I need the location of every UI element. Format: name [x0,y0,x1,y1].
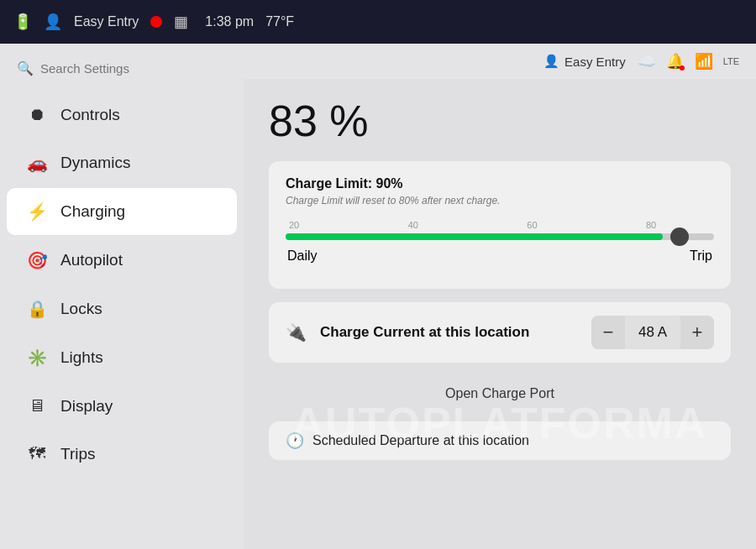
autopilot-icon: 🎯 [27,250,47,270]
sidebar: 🔍 ⏺ Controls 🚗 Dynamics ⚡ Charging 🎯 Aut… [0,44,244,549]
sidebar-item-charging[interactable]: ⚡ Charging [7,188,237,235]
charge-current-value: 48 A [625,324,680,341]
tick-20: 20 [289,220,299,230]
charge-slider-container: 20 40 60 80 Daily [286,220,714,264]
open-charge-port-row[interactable]: Open Charge Port [269,376,731,411]
search-bar[interactable]: 🔍 [0,52,244,90]
range-trip: Trip [690,248,712,264]
header-user: 👤 Easy Entry [543,54,626,69]
display-label: Display [60,397,113,416]
battery-percentage: 83 % [269,96,731,146]
header-username: Easy Entry [564,55,626,69]
sidebar-item-lights[interactable]: ✳️ Lights [7,334,237,381]
user-icon: 👤 [44,13,62,31]
lights-icon: ✳️ [27,348,47,368]
signal-icon: 📶 [695,52,713,71]
charge-decrement-button[interactable]: − [591,316,625,349]
locks-label: Locks [60,300,102,318]
dynamics-icon: 🚗 [27,153,47,173]
sidebar-item-dynamics[interactable]: 🚗 Dynamics [7,139,237,186]
trips-icon: 🗺 [27,444,47,463]
battery-icon: 🔋 [13,13,32,31]
sidebar-item-autopilot[interactable]: 🎯 Autopilot [7,237,237,284]
slider-tick-labels: 20 40 60 80 [286,220,714,230]
search-icon: 🔍 [17,60,34,76]
charge-increment-button[interactable]: + [680,316,714,349]
open-charge-port-label: Open Charge Port [445,386,554,401]
bell-badge [680,65,685,71]
scheduled-icon: 🕐 [286,431,304,450]
menu-icon: ▦ [174,13,188,31]
slider-track[interactable] [286,233,714,240]
dynamics-label: Dynamics [60,154,130,172]
header-user-icon: 👤 [543,54,559,69]
tick-40: 40 [408,220,418,230]
controls-icon: ⏺ [27,105,47,124]
bell-icon-container: 🔔 [666,52,685,71]
slider-thumb[interactable] [670,227,689,246]
tick-80: 80 [646,220,656,230]
charge-limit-title: Charge Limit: 90% [286,176,714,191]
charge-limit-subtitle: Charge Limit will reset to 80% after nex… [286,195,714,207]
cloud-icon: ☁️ [638,52,656,71]
tick-60: 60 [527,220,537,230]
content-header: 👤 Easy Entry ☁️ 🔔 📶 LTE [244,44,756,79]
slider-fill [286,233,663,240]
scheduled-label: Scheduled Departure at this location [312,433,529,448]
charge-current-control: − 48 A + [591,316,714,349]
locks-icon: 🔒 [27,299,47,319]
charge-current-row: 🔌 Charge Current at this location − 48 A… [269,302,731,363]
charging-section: 83 % Charge Limit: 90% Charge Limit will… [244,79,756,477]
slider-range-labels: Daily Trip [286,248,714,264]
charge-limit-card: Charge Limit: 90% Charge Limit will rese… [269,161,731,289]
sidebar-item-trips[interactable]: 🗺 Trips [7,431,237,477]
status-bar-time: 1:38 pm [205,14,254,29]
trips-label: Trips [60,445,96,463]
charge-plug-icon: 🔌 [286,322,307,342]
autopilot-label: Autopilot [60,251,123,269]
search-input[interactable] [40,61,227,76]
content-area: 👤 Easy Entry ☁️ 🔔 📶 LTE 83 % Charge Limi… [244,44,756,549]
sidebar-item-locks[interactable]: 🔒 Locks [7,285,237,332]
range-daily: Daily [287,248,318,264]
record-indicator [150,16,162,28]
status-bar: 🔋 👤 Easy Entry ▦ 1:38 pm 77°F [0,0,756,44]
charge-current-label: Charge Current at this location [320,323,578,342]
lights-label: Lights [60,348,103,367]
main-area: 🔍 ⏺ Controls 🚗 Dynamics ⚡ Charging 🎯 Aut… [0,44,756,549]
charging-label: Charging [60,202,125,221]
status-bar-temp: 77°F [265,14,294,29]
scheduled-departure-row[interactable]: 🕐 Scheduled Departure at this location [269,421,731,460]
sidebar-item-controls[interactable]: ⏺ Controls [7,92,237,138]
header-icons: ☁️ 🔔 📶 LTE [638,52,739,71]
sidebar-item-display[interactable]: 🖥 Display [7,383,237,429]
display-icon: 🖥 [27,396,47,416]
charging-icon: ⚡ [27,201,47,222]
controls-label: Controls [60,106,120,124]
status-bar-username: Easy Entry [74,14,139,29]
network-label: LTE [723,56,739,66]
